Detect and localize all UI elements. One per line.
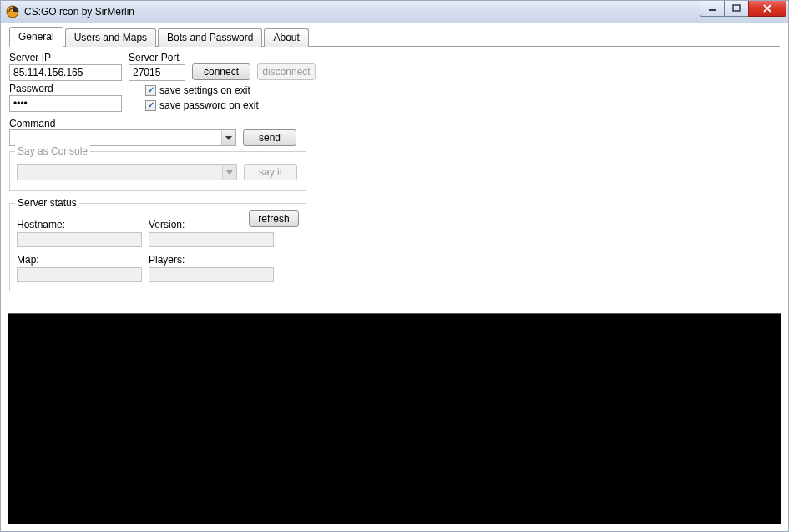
save-password-checkbox[interactable]: ✓: [145, 100, 156, 111]
hostname-label: Hostname:: [17, 219, 142, 231]
svg-rect-2: [733, 5, 740, 11]
titlebar: CS:GO rcon by SirMerlin: [1, 1, 788, 23]
svg-rect-1: [709, 9, 716, 11]
server-ip-input[interactable]: [9, 64, 122, 81]
send-button[interactable]: send: [243, 129, 296, 146]
server-status-legend: Server status: [15, 197, 79, 209]
tab-about[interactable]: About: [264, 28, 308, 47]
maximize-button[interactable]: [724, 1, 749, 17]
say-it-button: say it: [244, 164, 297, 180]
chevron-down-icon: [226, 166, 233, 178]
save-settings-checkbox[interactable]: ✓: [145, 85, 156, 96]
players-value: [149, 267, 274, 282]
chevron-down-icon: [225, 132, 232, 144]
disconnect-button[interactable]: disconnect: [257, 63, 316, 80]
tab-users-and-maps[interactable]: Users and Maps: [65, 28, 156, 47]
say-input: [18, 165, 222, 180]
password-input[interactable]: [9, 95, 122, 112]
say-dropdown-button: [222, 165, 236, 180]
server-port-input[interactable]: [129, 64, 185, 81]
connect-button[interactable]: connect: [192, 63, 250, 80]
version-value: [149, 232, 274, 247]
command-dropdown-button[interactable]: [221, 130, 235, 145]
map-value: [17, 267, 142, 282]
tab-bots-and-password[interactable]: Bots and Password: [158, 28, 262, 47]
server-port-label: Server Port: [129, 52, 185, 63]
save-password-label: save password on exit: [159, 99, 259, 111]
refresh-button[interactable]: refresh: [249, 210, 299, 227]
close-button[interactable]: [748, 1, 786, 17]
command-input[interactable]: [10, 130, 221, 145]
say-as-console-legend: Say as Console: [15, 145, 90, 157]
hostname-value: [17, 232, 142, 247]
minimize-button[interactable]: [700, 1, 725, 17]
server-status-group: Server status refresh Hostname: Version:…: [9, 203, 306, 291]
tabstrip: General Users and Maps Bots and Password…: [9, 26, 780, 47]
command-combobox[interactable]: [9, 129, 236, 146]
map-label: Map:: [17, 254, 142, 266]
command-label: Command: [9, 118, 55, 129]
players-label: Players:: [149, 254, 274, 266]
save-settings-label: save settings on exit: [159, 84, 250, 96]
console-output[interactable]: [8, 313, 781, 524]
say-as-console-group: Say as Console say it: [9, 151, 306, 191]
say-combobox: [17, 164, 237, 180]
password-label: Password: [9, 83, 122, 94]
window-title: CS:GO rcon by SirMerlin: [24, 6, 134, 18]
tab-general[interactable]: General: [9, 27, 63, 47]
server-ip-label: Server IP: [9, 52, 122, 63]
app-icon: [6, 5, 19, 18]
